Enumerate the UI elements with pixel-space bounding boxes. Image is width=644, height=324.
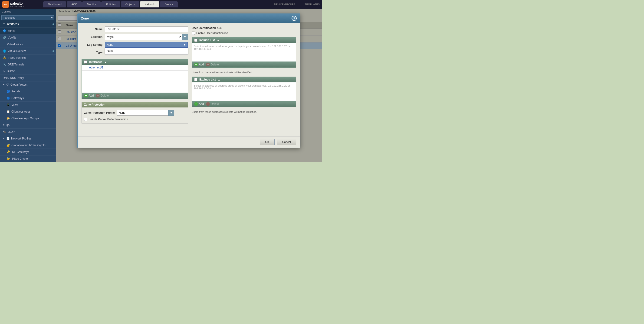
ok-button[interactable]: OK	[260, 139, 274, 145]
log-setting-option-none[interactable]: None	[105, 48, 188, 54]
sidebar-item-qos[interactable]: ≡ QoS	[0, 122, 56, 129]
context-label: Context	[2, 10, 11, 13]
location-select[interactable]: vsys1	[105, 34, 182, 40]
tab-network[interactable]: Network	[140, 1, 159, 7]
sidebar-item-interfaces[interactable]: ⊞ Interfaces	[0, 21, 56, 28]
exclude-list-title: Exclude List	[199, 78, 216, 81]
interface-name-0: ethernet1/3	[89, 66, 104, 69]
user-id-acl-title: User Identification ACL	[192, 26, 296, 30]
include-list-header: Include List ▲	[192, 37, 296, 43]
modal-title: Zone	[81, 16, 89, 20]
zone-protection-dropdown-btn[interactable]: ▼	[168, 110, 174, 116]
modal-titlebar: Zone ?	[78, 14, 300, 23]
virtual-routers-dot	[52, 50, 54, 52]
location-select-wrap: vsys1 ▼	[105, 34, 188, 40]
interface-checkbox-0[interactable]	[84, 66, 87, 69]
lldp-icon: 🔌	[3, 130, 6, 133]
sidebar-context: Context	[0, 9, 56, 14]
tab-objects[interactable]: Objects	[121, 1, 140, 7]
interfaces-header-checkbox[interactable]	[84, 60, 87, 64]
sidebar-item-lldp[interactable]: 🔌 LLDP	[0, 129, 56, 135]
enable-user-id-checkbox[interactable]	[192, 31, 195, 35]
log-setting-dropdown-list: None	[105, 48, 188, 54]
include-list-sort-icon[interactable]: ▲	[217, 38, 220, 42]
log-setting-row: Log Setting None ▼ None	[82, 42, 188, 48]
sidebar-label-clientless-apps: Clientless Apps	[12, 110, 30, 113]
modal-overlay: Zone ? Name Location	[56, 9, 322, 162]
modal-help-button[interactable]: ?	[292, 16, 297, 21]
zones-icon: 🔷	[3, 29, 6, 32]
include-list-content: Select an address or address group or ty…	[192, 43, 296, 61]
vlans-icon: 🔗	[3, 36, 6, 39]
exclude-delete-icon: −	[206, 102, 210, 106]
log-setting-label: Log Setting	[82, 43, 105, 46]
interfaces-panel-header: Interfaces ▲	[82, 59, 188, 65]
exclude-list-sort-icon[interactable]: ▲	[218, 78, 220, 81]
interfaces-icon: ⊞	[3, 22, 5, 26]
name-label: Name	[82, 28, 105, 31]
location-dropdown-btn[interactable]: ▼	[182, 34, 188, 40]
device-groups-label: DEVICE GROUPS	[274, 3, 296, 6]
sidebar-item-virtual-wires[interactable]: 〰 Virtual Wires	[0, 41, 56, 48]
include-delete-icon: −	[206, 63, 210, 66]
sidebar-label-ipsec-tunnels: IPSec Tunnels	[8, 56, 26, 59]
exclude-list-header-checkbox[interactable]	[194, 78, 198, 81]
exclude-list-delete-button[interactable]: − Delete	[206, 102, 219, 106]
sidebar-item-ipsec-crypto[interactable]: 🔐 IPSec Crypto	[0, 155, 56, 162]
sidebar-item-gre-tunnels[interactable]: 🔧 GRE Tunnels	[0, 61, 56, 68]
enable-packet-buffer-checkbox[interactable]	[84, 118, 87, 121]
cancel-button[interactable]: Cancel	[277, 139, 296, 145]
sidebar-item-zones[interactable]: 🔷 Zones	[0, 28, 56, 34]
sidebar-label-dns-proxy: DNS Proxy	[10, 76, 24, 80]
sidebar-item-dhcp[interactable]: IP DHCP	[0, 68, 56, 75]
sidebar-label-virtual-wires: Virtual Wires	[7, 43, 23, 46]
include-list-add-button[interactable]: + Add	[194, 63, 204, 66]
sidebar-item-network-profiles[interactable]: ▼ 📄 Network Profiles	[0, 135, 56, 142]
sidebar-label-lldp: LLDP	[8, 130, 15, 133]
sidebar-item-gp-ipsec-crypto[interactable]: 🔐 GlobalProtect IPSec Crypto	[0, 142, 56, 149]
context-select[interactable]: Panorama	[2, 15, 54, 20]
enable-packet-buffer-label: Enable Packet Buffer Protection	[88, 118, 128, 121]
name-input[interactable]	[105, 26, 188, 32]
sidebar-item-ike-gateways[interactable]: 🔑 IKE Gateways	[0, 149, 56, 155]
tab-monitor-top[interactable]: Monitor	[82, 1, 101, 7]
exclude-list-add-button[interactable]: + Add	[194, 102, 204, 106]
tab-acc[interactable]: ACC	[67, 1, 82, 7]
include-list-delete-button[interactable]: − Delete	[206, 63, 219, 66]
sidebar-item-vlans[interactable]: 🔗 VLANs	[0, 34, 56, 41]
zone-protection-select[interactable]	[117, 110, 168, 116]
sidebar-item-mdm[interactable]: 📱 MDM	[0, 102, 56, 108]
include-list-panel: Include List ▲ Select an address or addr…	[192, 37, 296, 68]
gp-ipsec-crypto-icon: 🔐	[6, 144, 10, 147]
sidebar-item-clientless-app-groups[interactable]: 📂 Clientless App Groups	[0, 115, 56, 122]
interfaces-panel-title: Interfaces	[89, 60, 102, 64]
content-area: Template Lab32-36-PA-3260 Name Location	[56, 9, 322, 162]
tab-policies[interactable]: Policies	[101, 1, 120, 7]
top-nav-tabs: Dashboard ACC Monitor Policies Objects N…	[43, 1, 178, 7]
qos-icon: ≡	[3, 123, 4, 127]
sidebar-item-gateways[interactable]: 🔵 Gateways	[0, 95, 56, 102]
zone-protection-section-header[interactable]: Zone Protection	[82, 102, 188, 107]
exclude-add-icon: +	[194, 102, 198, 106]
interface-row-0: ethernet1/3	[82, 65, 188, 70]
tab-dashboard[interactable]: Dashboard	[43, 1, 66, 7]
zone-protection-select-wrap: ▼	[117, 110, 174, 116]
enable-user-id-label: Enable User Identification	[196, 31, 228, 35]
zone-protection-profile-label: Zone Protection Profile	[84, 111, 115, 114]
tab-device[interactable]: Device	[160, 1, 178, 7]
include-list-header-checkbox[interactable]	[194, 38, 198, 42]
sidebar-item-clientless-apps[interactable]: 📋 Clientless Apps	[0, 108, 56, 115]
sidebar-item-portals[interactable]: 🌀 Portals	[0, 88, 56, 95]
log-setting-selected-value[interactable]: None ▼	[105, 42, 188, 48]
sidebar-label-portals: Portals	[12, 90, 20, 93]
sidebar-label-gre-tunnels: GRE Tunnels	[8, 63, 24, 66]
brand-name: paloalto	[10, 2, 25, 5]
interfaces-sort-icon[interactable]: ▲	[104, 61, 107, 63]
sidebar-item-ipsec-tunnels[interactable]: 🔒 IPSec Tunnels	[0, 54, 56, 61]
sidebar-item-dns-proxy[interactable]: DNS DNS Proxy	[0, 75, 56, 81]
sidebar-item-globalprotect[interactable]: ▼ 🛡 GlobalProtect	[0, 81, 56, 88]
interfaces-add-button[interactable]: + Add	[84, 94, 94, 97]
interfaces-delete-button[interactable]: − Delete	[96, 94, 109, 97]
sidebar-item-virtual-routers[interactable]: 🌐 Virtual Routers	[0, 48, 56, 54]
modal-body: Name Location vsys1 ▼	[78, 23, 300, 136]
